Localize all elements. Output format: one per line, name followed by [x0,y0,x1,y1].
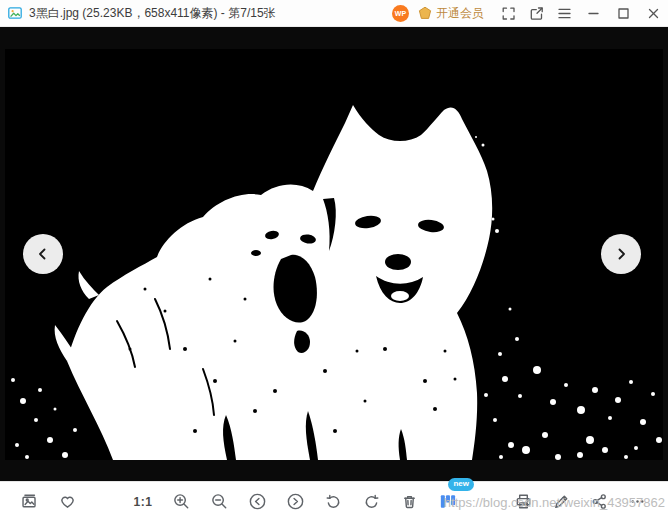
trash-icon [400,492,419,511]
rotate-left-button[interactable] [320,487,346,517]
titlebar-left: 3黑白.jpg (25.23KB，658x411像素) - 第7/15张 [0,5,276,22]
chevron-right-icon [613,246,629,262]
minimize-icon [585,5,602,22]
print-icon [514,492,533,511]
next-icon [286,492,305,511]
window-title: 3黑白.jpg (25.23KB，658x411像素) - 第7/15张 [29,5,276,22]
rotate-left-icon [324,492,343,511]
maximize-button[interactable] [608,0,638,27]
zoom-out-button[interactable] [206,487,232,517]
print-button[interactable] [510,487,536,517]
bottom-toolbar: 1:1 [0,481,668,521]
previous-button[interactable] [244,487,270,517]
next-button[interactable] [282,487,308,517]
delete-button[interactable] [396,487,422,517]
previous-icon [248,492,267,511]
favorite-button[interactable] [54,487,80,517]
zoom-in-icon [172,492,191,511]
prev-image-button[interactable] [23,234,63,274]
collage-icon [438,492,457,511]
actual-size-label: 1:1 [134,495,153,509]
open-external-button[interactable] [522,0,550,27]
share-button[interactable] [586,487,612,517]
member-badge-icon [418,6,432,20]
rotate-right-icon [362,492,381,511]
app-window: 3黑白.jpg (25.23KB，658x411像素) - 第7/15张 WP … [0,0,668,521]
gallery-icon [20,492,39,511]
edit-button[interactable] [548,487,574,517]
fullscreen-button[interactable] [494,0,522,27]
member-label: 开通会员 [436,5,484,22]
heart-icon [58,492,77,511]
zoom-out-icon [210,492,229,511]
edit-pencil-icon [552,492,571,511]
menu-button[interactable] [550,0,578,27]
close-icon [645,5,662,22]
app-image-icon [7,5,23,21]
photo-bw-samoyed-dogs [5,49,663,460]
close-button[interactable] [638,0,668,27]
image-viewer [0,27,668,481]
chevron-left-icon [35,246,51,262]
more-button[interactable] [624,487,650,517]
rotate-right-button[interactable] [358,487,384,517]
share-icon [590,492,609,511]
fullscreen-icon [500,5,517,22]
titlebar: 3黑白.jpg (25.23KB，658x411像素) - 第7/15张 WP … [0,0,668,27]
minimize-button[interactable] [578,0,608,27]
collage-button[interactable]: new [434,487,460,517]
wp-badge[interactable]: WP [392,5,409,22]
open-external-icon [528,5,545,22]
member-button[interactable]: 开通会员 [418,5,484,22]
gallery-button[interactable] [16,487,42,517]
more-dots-icon [628,492,647,511]
maximize-icon [615,5,632,22]
actual-size-button[interactable]: 1:1 [130,487,156,517]
zoom-in-button[interactable] [168,487,194,517]
new-badge: new [448,478,474,491]
hamburger-menu-icon [556,5,573,22]
next-image-button[interactable] [601,234,641,274]
titlebar-right: WP 开通会员 [392,0,668,26]
